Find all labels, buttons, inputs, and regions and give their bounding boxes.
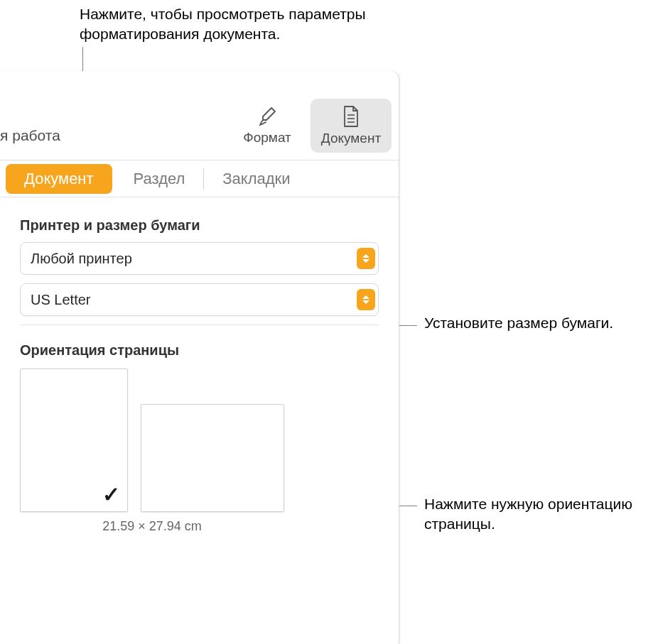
callout-orientation: Нажмите нужную ориентацию страницы. [424,494,652,535]
document-button-label: Документ [321,131,381,146]
callout-paper-size: Установите размер бумаги. [424,313,637,333]
toolbar-left-truncated-label: я работа [0,127,60,144]
document-icon [341,105,361,128]
format-button-label: Формат [243,130,291,146]
format-button[interactable]: Формат [227,99,308,153]
printer-dropdown-value: Любой принтер [31,251,132,267]
document-button[interactable]: Документ [311,99,392,153]
toolbar-button-group: Формат Документ [227,99,392,153]
orientation-portrait[interactable]: ✓ [20,369,128,512]
toolbar: я работа Формат Документ [0,71,399,160]
callout-document-tab: Нажмите, чтобы просмотреть параметры фор… [80,4,406,45]
printer-dropdown[interactable]: Любой принтер [20,242,379,275]
page-dimensions-label: 21.59 × 27.94 cm [20,519,284,534]
section-divider [20,324,379,325]
tab-bookmarks[interactable]: Закладки [204,160,308,197]
inspector-panel: я работа Формат Документ [0,71,399,644]
paper-size-dropdown-value: US Letter [31,292,90,308]
checkmark-icon: ✓ [102,482,120,507]
tab-document[interactable]: Документ [6,164,112,194]
inspector-tabs: Документ Раздел Закладки [0,160,399,197]
updown-arrows-icon [357,289,375,310]
orientation-landscape[interactable] [141,404,284,512]
tab-section[interactable]: Раздел [115,160,204,197]
orientation-section-heading: Ориентация страницы [20,342,379,359]
paper-size-dropdown[interactable]: US Letter [20,283,379,316]
paintbrush-icon [257,106,278,127]
printer-section-heading: Принтер и размер бумаги [20,217,379,234]
inspector-content: Принтер и размер бумаги Любой принтер US… [0,197,399,534]
orientation-options: ✓ [20,369,379,512]
updown-arrows-icon [357,248,375,269]
